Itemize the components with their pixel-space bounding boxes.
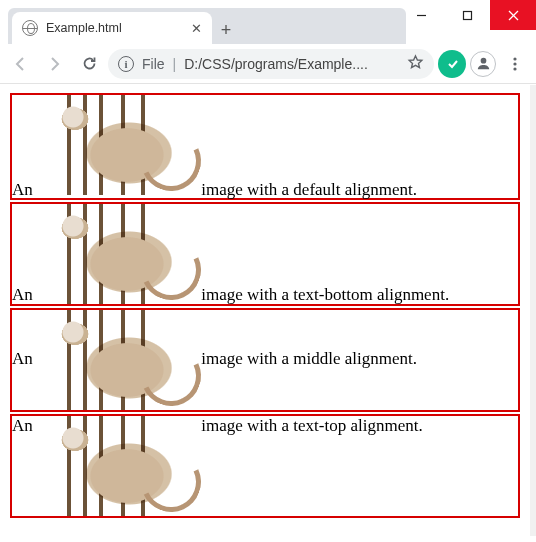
row-prefix: An: [12, 285, 33, 304]
address-bar[interactable]: i File | D:/CSS/programs/Example....: [108, 49, 434, 79]
row-text: image with a text-bottom alignment.: [201, 285, 449, 304]
globe-icon: [22, 20, 38, 36]
info-icon: i: [118, 56, 134, 72]
star-icon: [407, 54, 424, 71]
tiger-image: [37, 95, 197, 195]
page-body: An image with a default alignment. An im…: [0, 85, 530, 528]
close-icon: [508, 10, 519, 21]
reload-icon: [81, 55, 98, 72]
row-text: image with a middle alignment.: [201, 349, 417, 368]
back-button[interactable]: [6, 49, 36, 79]
row-prefix: An: [12, 349, 33, 368]
svg-point-7: [513, 67, 516, 70]
page-viewport: An image with a default alignment. An im…: [0, 85, 530, 536]
forward-button[interactable]: [40, 49, 70, 79]
url-separator: |: [173, 56, 177, 72]
maximize-button[interactable]: [444, 0, 490, 30]
arrow-right-icon: [46, 55, 64, 73]
kebab-icon: [507, 56, 523, 72]
svg-point-4: [480, 58, 486, 64]
row-text: image with a text-top alignment.: [201, 416, 422, 435]
arrow-left-icon: [12, 55, 30, 73]
vertical-scrollbar[interactable]: [530, 85, 536, 536]
tab-title: Example.html: [46, 21, 122, 35]
menu-button[interactable]: [500, 49, 530, 79]
example-row-text-bottom: An image with a text-bottom alignment.: [10, 202, 520, 306]
extension-icon: [446, 57, 459, 70]
url-scheme-label: File: [142, 56, 165, 72]
browser-window: Example.html ✕ + i File | D:/CSS/program…: [0, 0, 536, 542]
example-row-text-top: An image with a text-top alignment.: [10, 414, 520, 518]
row-prefix: An: [12, 416, 33, 435]
svg-point-6: [513, 62, 516, 65]
svg-point-5: [513, 57, 516, 60]
tiger-image: [37, 310, 197, 410]
row-prefix: An: [12, 180, 33, 199]
svg-rect-1: [463, 11, 471, 19]
row-text: image with a default alignment.: [201, 180, 417, 199]
tiger-image: [37, 204, 197, 304]
tab-close-icon[interactable]: ✕: [191, 21, 202, 36]
tab-active[interactable]: Example.html ✕: [12, 12, 212, 44]
new-tab-button[interactable]: +: [212, 16, 240, 44]
url-text: D:/CSS/programs/Example....: [184, 56, 368, 72]
reload-button[interactable]: [74, 49, 104, 79]
window-controls: [398, 0, 536, 30]
bookmark-button[interactable]: [407, 54, 424, 74]
maximize-icon: [462, 10, 473, 21]
example-row-default: An image with a default alignment.: [10, 93, 520, 200]
profile-button[interactable]: [470, 51, 496, 77]
person-icon: [475, 55, 492, 72]
toolbar: i File | D:/CSS/programs/Example....: [0, 44, 536, 84]
tab-strip: Example.html ✕ +: [8, 8, 406, 44]
example-row-middle: An image with a middle alignment.: [10, 308, 520, 412]
extension-button[interactable]: [438, 50, 466, 78]
minimize-icon: [416, 10, 427, 21]
close-button[interactable]: [490, 0, 536, 30]
tiger-image: [37, 416, 197, 516]
